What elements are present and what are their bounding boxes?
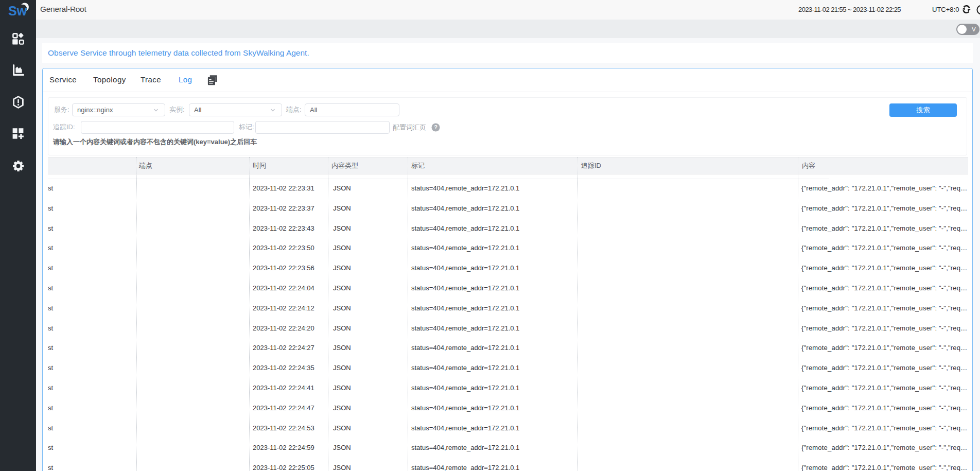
svg-text:Sw: Sw	[8, 4, 27, 18]
svg-text:?: ?	[434, 124, 437, 130]
